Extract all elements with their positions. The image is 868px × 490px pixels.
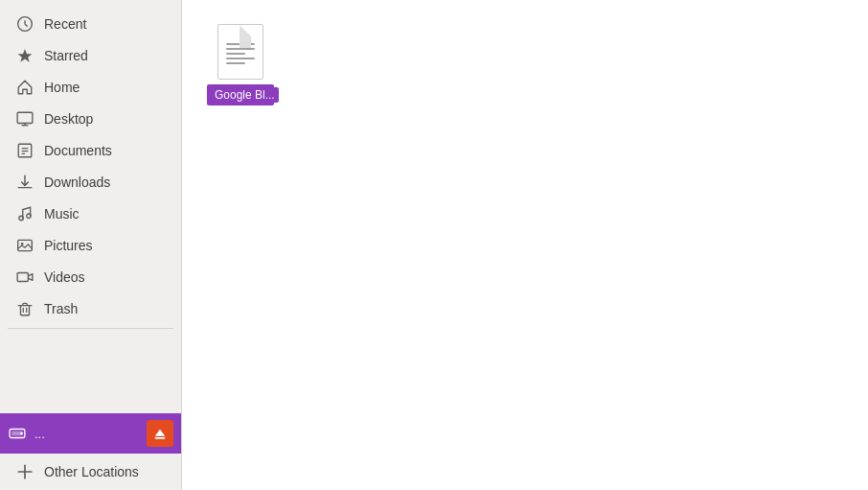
main-content: Google Bl... <box>182 0 868 490</box>
sidebar-item-videos[interactable]: Videos <box>4 262 177 292</box>
svg-rect-22 <box>155 437 166 439</box>
sidebar-item-pictures-label: Pictures <box>44 238 93 253</box>
desktop-icon <box>15 109 34 128</box>
sidebar-item-other-locations[interactable]: Other Locations <box>4 455 177 489</box>
sidebar-item-desktop-label: Desktop <box>44 111 93 127</box>
content-area: Google Bl... <box>182 0 868 490</box>
downloads-icon <box>15 173 34 192</box>
sidebar: Recent Starred Home <box>0 0 182 490</box>
svg-point-12 <box>27 214 32 219</box>
sidebar-item-trash-label: Trash <box>44 301 78 316</box>
other-locations-icon <box>15 462 34 481</box>
doc-line <box>226 43 255 45</box>
svg-marker-21 <box>155 430 166 436</box>
sidebar-drive-item[interactable]: ... <box>0 413 181 454</box>
file-item[interactable]: Google Bl... <box>197 15 284 113</box>
sidebar-item-pictures[interactable]: Pictures <box>4 230 177 261</box>
doc-line <box>226 48 255 50</box>
home-icon <box>15 78 34 97</box>
sidebar-nav: Recent Starred Home <box>0 0 181 413</box>
sidebar-item-videos-label: Videos <box>44 269 85 285</box>
drive-icon <box>8 424 27 443</box>
sidebar-item-downloads-label: Downloads <box>44 175 110 190</box>
svg-rect-2 <box>17 112 33 123</box>
document-icon <box>217 24 263 80</box>
svg-rect-15 <box>17 273 28 282</box>
music-icon <box>15 204 34 223</box>
svg-point-20 <box>20 432 23 435</box>
doc-line <box>226 58 255 59</box>
file-manager: Recent Starred Home <box>0 0 868 490</box>
trash-icon <box>15 299 34 318</box>
videos-icon <box>15 268 34 287</box>
starred-icon <box>15 46 34 65</box>
doc-line-short <box>226 62 245 64</box>
file-icon-wrapper <box>212 23 269 81</box>
sidebar-item-music[interactable]: Music <box>4 198 177 229</box>
drive-label: ... <box>34 427 147 441</box>
sidebar-item-recent-label: Recent <box>44 16 86 32</box>
file-label-bg: Google Bl... <box>207 84 274 105</box>
svg-point-14 <box>21 243 24 245</box>
file-label: Google Bl... <box>211 87 279 103</box>
sidebar-item-other-locations-label: Other Locations <box>44 464 139 479</box>
doc-lines <box>226 43 255 64</box>
sidebar-item-documents[interactable]: Documents <box>4 135 177 166</box>
eject-button[interactable] <box>147 420 173 447</box>
svg-point-11 <box>19 216 24 221</box>
sidebar-item-desktop[interactable]: Desktop <box>4 104 177 134</box>
sidebar-divider <box>8 328 173 329</box>
sidebar-item-trash[interactable]: Trash <box>4 293 177 324</box>
sidebar-item-music-label: Music <box>44 206 80 222</box>
sidebar-item-recent[interactable]: Recent <box>4 9 177 39</box>
svg-marker-1 <box>18 49 33 62</box>
sidebar-item-home-label: Home <box>44 80 80 95</box>
pictures-icon <box>15 236 34 255</box>
sidebar-item-documents-label: Documents <box>44 143 112 158</box>
sidebar-item-downloads[interactable]: Downloads <box>4 167 177 198</box>
documents-icon <box>15 141 34 160</box>
doc-line-short <box>226 53 245 55</box>
sidebar-item-home[interactable]: Home <box>4 72 177 103</box>
recent-icon <box>15 14 34 34</box>
sidebar-item-starred[interactable]: Starred <box>4 40 177 71</box>
sidebar-item-starred-label: Starred <box>44 48 88 63</box>
